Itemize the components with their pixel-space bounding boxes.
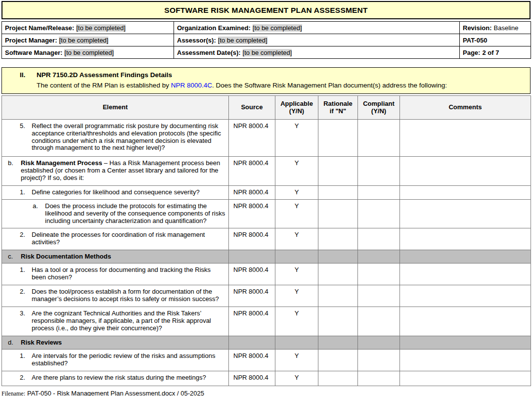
section-heading-box: II. NPR 7150.2D Assessment Findings Deta… <box>1 67 531 94</box>
info-cell-assessors: Assessor(s):[to be completed] <box>174 34 460 46</box>
compliant-cell <box>358 371 400 386</box>
intro-text-before: The content of the RM Plan is establishe… <box>37 82 171 89</box>
info-cell-project-name: Project Name/Release:[to be completed] <box>2 22 174 34</box>
applicable-cell: Y <box>275 120 318 157</box>
item-text: Does the tool/process establish a form f… <box>32 288 226 303</box>
item-text: Define categories for likelihood and con… <box>32 189 226 196</box>
page-title: SOFTWARE RISK MANAGEMENT PLAN ASSESSMENT <box>164 6 367 15</box>
section-numeral: II. <box>2 71 37 79</box>
comments-cell <box>400 228 531 250</box>
info-cell-assessment-dates: Assessment Date(s):[to be completed] <box>174 46 460 59</box>
applicable-cell: Y <box>275 186 318 200</box>
info-label: Software Manager: <box>5 49 62 56</box>
source-cell: NPR 8000.4 <box>229 120 275 157</box>
compliant-cell <box>358 120 400 157</box>
info-value: [to be completed] <box>64 49 114 56</box>
applicable-cell: Y <box>275 371 318 386</box>
rationale-cell <box>318 307 358 336</box>
source-cell <box>229 250 275 264</box>
source-cell: NPR 8000.4 <box>229 264 275 285</box>
assessment-tbody: 5.Reflect the overall programmatic risk … <box>2 120 531 386</box>
item-marker: 2. <box>20 374 32 382</box>
column-header-applicable: Applicable(Y/N) <box>275 96 318 120</box>
info-value: [to be completed] <box>253 24 302 32</box>
compliant-cell <box>358 186 400 200</box>
column-header-comments: Comments <box>400 96 531 120</box>
comments-cell <box>400 336 531 350</box>
source-cell: NPR 8000.4 <box>229 186 275 200</box>
compliant-cell <box>358 285 400 307</box>
source-cell: NPR 8000.4 <box>229 350 275 371</box>
assessment-row: 3.Are the cognizant Technical Authoritie… <box>2 307 531 336</box>
assessment-row: 2.Does the tool/process establish a form… <box>2 285 531 307</box>
comments-cell <box>400 285 531 307</box>
comments-cell <box>400 200 531 228</box>
applicable-cell: Y <box>275 264 318 285</box>
item-text: Are there plans to review the risk statu… <box>32 374 226 382</box>
rationale-cell <box>318 157 358 186</box>
item-text: Delineate the processes for coordination… <box>32 231 226 246</box>
item-marker: c. <box>8 253 21 261</box>
column-header-rationale: Rationaleif "N" <box>318 96 358 120</box>
source-cell: NPR 8000.4 <box>229 157 275 186</box>
source-cell <box>229 336 275 350</box>
element-cell: 1.Are intervals for the periodic review … <box>2 350 229 371</box>
info-label: Project Manager: <box>5 37 57 44</box>
item-marker: 2. <box>20 288 32 296</box>
applicable-cell: Y <box>275 228 318 250</box>
element-cell: 5.Reflect the overall programmatic risk … <box>2 120 229 157</box>
comments-cell <box>400 250 531 264</box>
item-marker: d. <box>8 339 21 347</box>
section-header-row: d.Risk Reviews <box>2 336 531 350</box>
item-marker: 3. <box>20 310 32 317</box>
applicable-cell: Y <box>275 285 318 307</box>
item-text: Are the cognizant Technical Authorities … <box>32 310 226 332</box>
compliant-cell <box>358 350 400 371</box>
filename-label: Filename: <box>1 390 25 396</box>
source-cell: NPR 8000.4 <box>229 371 275 386</box>
info-cell-revision: Revision:Baseline <box>460 22 531 34</box>
element-cell: 2.Are there plans to review the risk sta… <box>2 371 229 386</box>
element-cell: 1.Has a tool or a process for documentin… <box>2 264 229 285</box>
item-text: Does the process include the protocols f… <box>45 203 226 224</box>
assessment-table: Element Source Applicable(Y/N) Rationale… <box>1 95 531 386</box>
rationale-cell <box>318 285 358 307</box>
compliant-cell <box>358 250 400 264</box>
item-marker: 2. <box>20 231 32 239</box>
item-marker: 1. <box>20 189 32 196</box>
rationale-cell <box>318 250 358 264</box>
info-cell-software-manager: Software Manager:[to be completed] <box>2 46 174 59</box>
section-heading: NPR 7150.2D Assessment Findings Details <box>37 71 172 79</box>
comments-cell <box>400 371 531 386</box>
assessment-row: 1.Are intervals for the periodic review … <box>2 350 531 371</box>
rationale-cell <box>318 350 358 371</box>
assessment-header-row: Element Source Applicable(Y/N) Rationale… <box>2 96 531 120</box>
source-cell: NPR 8000.4 <box>229 200 275 228</box>
info-label: PAT-050 <box>463 37 487 44</box>
info-row: Software Manager:[to be completed] Asses… <box>2 46 531 59</box>
info-value: 2 of 7 <box>482 49 499 56</box>
info-label: Revision: <box>463 24 492 32</box>
comments-cell <box>400 350 531 371</box>
compliant-cell <box>358 336 400 350</box>
source-cell: NPR 8000.4 <box>229 307 275 336</box>
info-value: [to be completed] <box>59 37 108 44</box>
item-marker: b. <box>8 160 21 167</box>
applicable-cell: Y <box>275 200 318 228</box>
rationale-cell <box>318 186 358 200</box>
compliant-cell <box>358 228 400 250</box>
element-cell: d.Risk Reviews <box>2 336 229 350</box>
item-text: Risk Reviews <box>21 339 226 347</box>
item-text: Has a tool or a process for documenting … <box>32 266 226 281</box>
info-label: Assessment Date(s): <box>177 49 241 56</box>
applicable-cell: Y <box>275 157 318 186</box>
source-cell: NPR 8000.4 <box>229 285 275 307</box>
info-value: Baseline <box>494 24 519 32</box>
element-cell: 3.Are the cognizant Technical Authoritie… <box>2 307 229 336</box>
assessment-row: 2.Delineate the processes for coordinati… <box>2 228 531 250</box>
applicable-cell <box>275 250 318 264</box>
info-label: Page: <box>463 49 480 56</box>
npr-8000-link[interactable]: NPR 8000.4C <box>171 82 212 89</box>
footer: Filename:PAT-050 - Risk Management Plan … <box>1 390 532 396</box>
source-cell: NPR 8000.4 <box>229 228 275 250</box>
